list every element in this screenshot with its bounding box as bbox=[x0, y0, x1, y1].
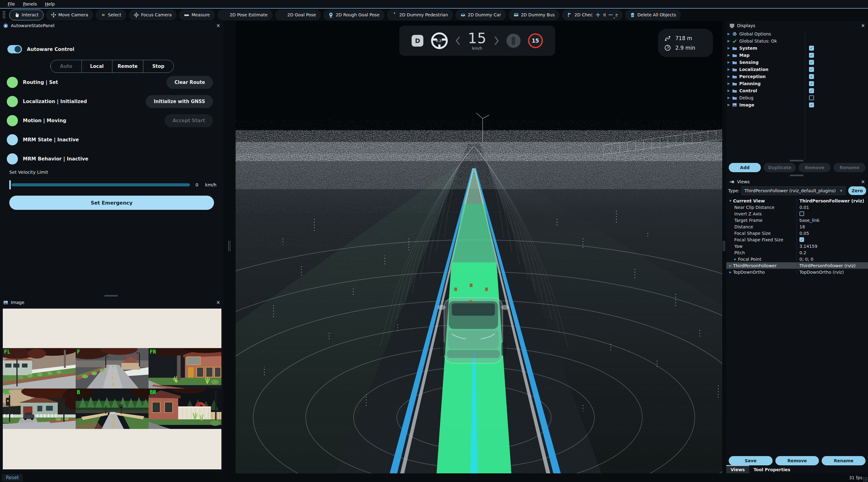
toolbar-tool-button[interactable]: 2D Goal Pose bbox=[275, 9, 321, 20]
view-property-row[interactable]: ▼ ▶ Yaw 3.14159 bbox=[726, 243, 868, 249]
display-row[interactable]: ▶ Sensing bbox=[726, 59, 868, 66]
expand-arrow-icon[interactable]: ▶ bbox=[727, 39, 732, 42]
view-property-row[interactable]: ▼ ▶ Focal Point 0; 0; 0 bbox=[726, 256, 868, 262]
displays-action-button[interactable]: Add bbox=[729, 163, 761, 172]
lidar-scene[interactable] bbox=[236, 21, 722, 473]
viewport-left-splitter[interactable] bbox=[228, 241, 231, 251]
add-tool-button[interactable]: + bbox=[593, 9, 603, 20]
displays-action-button[interactable]: Rename bbox=[833, 163, 866, 172]
operation-mode-button[interactable]: Stop bbox=[143, 60, 174, 72]
expand-arrow-icon[interactable]: ▶ bbox=[727, 103, 732, 106]
expand-arrow-icon[interactable]: ▶ bbox=[727, 82, 732, 85]
view-property-row[interactable]: ▼ ▶ TopDownOrtho TopDownOrtho (rviz) bbox=[726, 269, 868, 275]
velocity-slider-handle[interactable] bbox=[9, 180, 11, 190]
expand-arrow-icon[interactable]: ▶ bbox=[730, 264, 732, 267]
status-action-button[interactable]: Clear Route bbox=[166, 76, 213, 89]
views-action-button[interactable]: Remove bbox=[775, 456, 819, 465]
dock-splitter-handle[interactable] bbox=[790, 175, 803, 176]
views-action-button[interactable]: Rename bbox=[822, 456, 866, 465]
display-enabled-checkbox[interactable] bbox=[809, 81, 814, 86]
expand-arrow-icon[interactable]: ▶ bbox=[727, 61, 732, 64]
status-action-button[interactable]: Initialize with GNSS bbox=[146, 95, 213, 108]
set-emergency-button[interactable]: Set Emergency bbox=[9, 196, 214, 210]
view-property-row[interactable]: ▼ ▶ Current View ThirdPersonFollower (rv… bbox=[726, 197, 868, 204]
display-enabled-checkbox[interactable] bbox=[809, 60, 814, 65]
display-enabled-checkbox[interactable] bbox=[809, 102, 814, 107]
view-type-dropdown[interactable]: ThirdPersonFollower (rviz_default_plugin… bbox=[741, 186, 845, 195]
display-row[interactable]: ▶ Planning bbox=[726, 80, 868, 87]
display-row[interactable]: ▶ Image bbox=[726, 101, 868, 108]
display-row[interactable]: ▶ Global Status: Ok bbox=[726, 37, 868, 44]
display-row[interactable]: ▶ Control bbox=[726, 87, 868, 94]
view-property-row[interactable]: ▼ ▶ Focal Shape Fixed Size bbox=[726, 236, 868, 243]
panel-splitter-handle[interactable] bbox=[104, 295, 118, 296]
view-property-row[interactable]: ▼ ▶ Target Frame base_link bbox=[726, 217, 868, 223]
expand-arrow-icon[interactable]: ▶ bbox=[727, 75, 732, 78]
chevron-left-icon[interactable] bbox=[456, 36, 460, 45]
status-action-button[interactable]: Accept Start bbox=[164, 114, 213, 127]
display-enabled-checkbox[interactable] bbox=[809, 88, 814, 93]
expand-arrow-icon[interactable]: ▶ bbox=[727, 68, 732, 71]
menu-help[interactable]: Help bbox=[41, 1, 59, 7]
close-icon[interactable]: × bbox=[861, 179, 865, 185]
expand-arrow-icon[interactable]: ▶ bbox=[727, 53, 732, 57]
operation-mode-button[interactable]: Auto bbox=[51, 60, 82, 72]
viewport-right-splitter[interactable] bbox=[723, 241, 725, 251]
display-enabled-checkbox[interactable] bbox=[809, 53, 814, 58]
velocity-slider-track[interactable] bbox=[11, 183, 190, 186]
toolbar-tool-button[interactable]: 2D Dummy Pedestrian bbox=[387, 9, 453, 20]
display-row[interactable]: ▶ System bbox=[726, 44, 868, 52]
remove-tool-button[interactable]: − ▾ bbox=[606, 9, 616, 20]
display-enabled-checkbox[interactable] bbox=[809, 74, 814, 79]
display-row[interactable]: ▶ Debug bbox=[726, 94, 868, 101]
toolbar-tool-button[interactable]: Interact bbox=[9, 9, 43, 20]
display-enabled-checkbox[interactable] bbox=[809, 46, 814, 51]
expand-arrow-icon[interactable]: ▶ bbox=[727, 96, 732, 99]
views-action-button[interactable]: Save bbox=[729, 456, 773, 465]
view-property-row[interactable]: ▼ ▶ Invert Z Axis bbox=[726, 211, 868, 217]
dock-tab[interactable]: Tool Properties bbox=[749, 466, 795, 473]
property-checkbox[interactable] bbox=[800, 212, 804, 216]
toolbar-tool-button[interactable]: Focus Camera bbox=[129, 9, 177, 20]
displays-action-button[interactable]: Duplicate bbox=[764, 163, 796, 172]
toolbar-tool-button[interactable]: Move Camera bbox=[46, 9, 93, 20]
expand-arrow-icon[interactable]: ▶ bbox=[727, 89, 732, 92]
display-row[interactable]: ▶ Perception bbox=[726, 73, 868, 80]
collapse-arrow-icon[interactable]: ▼ bbox=[730, 199, 732, 202]
view-property-row[interactable]: ▼ ▶ Pitch 0.2 bbox=[726, 249, 868, 256]
chevron-right-icon[interactable] bbox=[494, 36, 499, 45]
toolbar-tool-button[interactable]: 2D Dummy Car bbox=[456, 9, 506, 20]
property-checkbox[interactable] bbox=[800, 237, 804, 242]
view-property-row[interactable]: ▼ ▶ Focal Shape Size 0.05 bbox=[726, 230, 868, 236]
view-property-row[interactable]: ▼ ▶ ThirdPersonFollower ThirdPersonFollo… bbox=[726, 262, 868, 269]
display-row[interactable]: ▶ Global Options bbox=[726, 30, 868, 37]
dock-splitter-handle[interactable] bbox=[790, 160, 803, 161]
operation-mode-button[interactable]: Remote bbox=[112, 60, 143, 72]
menu-file[interactable]: File bbox=[4, 1, 19, 7]
render-viewport[interactable]: D 0.2° 15 km/h 15 bbox=[236, 21, 722, 473]
close-icon[interactable]: × bbox=[861, 23, 865, 28]
operation-mode-button[interactable]: Local bbox=[82, 60, 113, 72]
toolbar-tool-button[interactable]: Select bbox=[96, 9, 126, 20]
displays-action-button[interactable]: Remove bbox=[799, 163, 831, 172]
view-property-row[interactable]: ▼ ▶ Near Clip Distance 0.01 bbox=[726, 204, 868, 211]
display-enabled-checkbox[interactable] bbox=[809, 95, 814, 100]
view-property-row[interactable]: ▼ ▶ Distance 18 bbox=[726, 223, 868, 230]
autoware-control-toggle[interactable] bbox=[7, 45, 22, 53]
toolbar-drag-handle-icon[interactable] bbox=[2, 11, 6, 19]
close-icon[interactable]: × bbox=[216, 300, 220, 305]
display-row[interactable]: ▶ Map bbox=[726, 52, 868, 59]
display-enabled-checkbox[interactable] bbox=[809, 67, 814, 72]
expand-arrow-icon[interactable]: ▶ bbox=[727, 46, 732, 50]
menu-panels[interactable]: Panels bbox=[19, 1, 41, 7]
toolbar-tool-button[interactable]: 2D Dummy Bus bbox=[508, 9, 560, 20]
resize-grip-icon[interactable] bbox=[863, 477, 867, 481]
expand-arrow-icon[interactable]: ▶ bbox=[730, 270, 732, 274]
display-row[interactable]: ▶ Localization bbox=[726, 66, 868, 73]
zero-button[interactable]: Zero bbox=[848, 186, 866, 195]
dock-tab[interactable]: Views bbox=[726, 465, 749, 473]
expand-arrow-icon[interactable]: ▶ bbox=[727, 32, 732, 35]
expand-arrow-icon[interactable]: ▶ bbox=[734, 258, 737, 261]
reset-button[interactable]: Reset bbox=[2, 474, 23, 481]
close-icon[interactable]: × bbox=[216, 23, 220, 28]
